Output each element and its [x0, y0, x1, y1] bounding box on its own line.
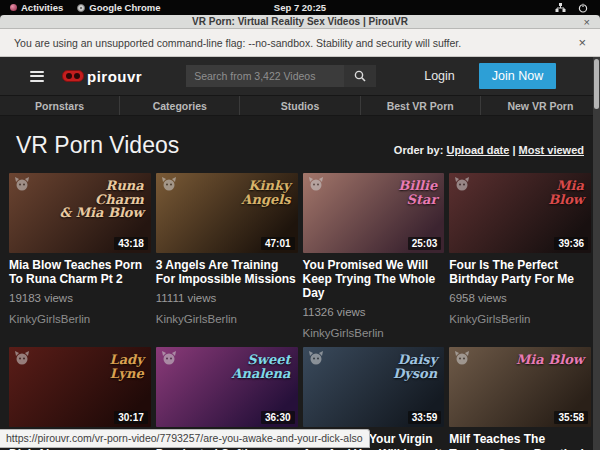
video-thumbnail[interactable]: Billie Star 25:03 — [303, 173, 445, 253]
video-studio-link[interactable]: KinkyGirlsBerlin — [156, 313, 298, 325]
menu-item-new-vr-porn[interactable]: New VR Porn — [481, 96, 600, 115]
window-close-button[interactable]: × — [584, 15, 590, 29]
video-thumbnail[interactable]: Runa Charm & Mia Blow 43:18 — [9, 173, 151, 253]
power-icon[interactable] — [578, 3, 588, 13]
login-link[interactable]: Login — [424, 69, 455, 83]
video-card[interactable]: Mia Blow 35:58 Milf Teaches The Teacher … — [449, 347, 591, 450]
video-views: 11326 views — [303, 306, 445, 318]
warning-text: You are using an unsupported command-lin… — [14, 37, 461, 49]
order-separator: | — [512, 144, 515, 156]
search-bar — [186, 65, 376, 87]
network-icon[interactable] — [555, 3, 566, 13]
studio-cat-logo-watermark — [308, 177, 324, 191]
menu-item-studios[interactable]: Studios — [240, 96, 360, 115]
order-by-label: Order by: — [394, 144, 444, 156]
video-duration-badge: 33:59 — [408, 411, 442, 424]
video-thumbnail[interactable]: Sweet Analena 36:30 — [156, 347, 298, 427]
thumbnail-overlay-text: Billie Star — [398, 179, 437, 206]
studio-cat-logo-watermark — [161, 351, 177, 365]
studio-cat-logo-watermark — [454, 351, 470, 365]
video-duration-badge: 47:01 — [261, 237, 295, 250]
video-duration-badge: 35:58 — [554, 411, 588, 424]
video-duration-badge: 43:18 — [114, 237, 148, 250]
menu-item-best-vr-porn[interactable]: Best VR Porn — [361, 96, 481, 115]
page-header: VR Porn Videos Order by: Upload date | M… — [0, 116, 600, 173]
join-now-button[interactable]: Join Now — [479, 63, 556, 89]
browser-title-bar: VR Porn: Virtual Reality Sex Videos | Pi… — [0, 15, 600, 29]
video-title[interactable]: Four Is The Perfect Birthday Party For M… — [449, 258, 591, 286]
logo-text: pirouvr — [87, 68, 142, 85]
page-viewport: pirouvr Login Join Now Pornstars Categor… — [0, 57, 600, 450]
warning-close-button[interactable]: × — [578, 35, 586, 50]
thumbnail-overlay-text: Sweet Analena — [231, 353, 290, 380]
video-views: 11111 views — [156, 292, 298, 304]
video-title[interactable]: Mia Blow Teaches Porn To Runa Charm Pt 2 — [9, 258, 151, 286]
video-title[interactable]: Milf Teaches The Teacher Some Practical … — [449, 432, 591, 450]
video-duration-badge: 30:17 — [114, 411, 148, 424]
video-duration-badge: 36:30 — [261, 411, 295, 424]
thumbnail-overlay-text: Mia Blow — [548, 179, 584, 206]
scrollbar-thumb[interactable] — [594, 59, 599, 109]
thumbnail-overlay-text: Lady Lyne — [110, 353, 144, 380]
menu-item-categories[interactable]: Categories — [120, 96, 240, 115]
video-thumbnail[interactable]: Daisy Dyson 33:59 — [303, 347, 445, 427]
vr-headset-icon — [62, 70, 84, 82]
main-menu: Pornstars Categories Studios Best VR Por… — [0, 95, 600, 116]
site-navbar: pirouvr Login Join Now — [0, 57, 600, 95]
thumbnail-overlay-text: Runa Charm & Mia Blow — [59, 179, 143, 220]
screen: Activities Google Chrome Sep 7 20:25 V — [0, 0, 600, 450]
system-top-bar: Activities Google Chrome Sep 7 20:25 — [0, 0, 600, 15]
video-card[interactable]: Kinky Angels 47:01 3 Angels Are Training… — [156, 173, 298, 339]
order-upload-date-link[interactable]: Upload date — [446, 144, 509, 156]
studio-cat-logo-watermark — [14, 177, 30, 191]
video-title[interactable]: You Promised We Will Keep Trying The Who… — [303, 258, 445, 300]
video-thumbnail[interactable]: Mia Blow 39:36 — [449, 173, 591, 253]
video-duration-badge: 25:03 — [408, 237, 442, 250]
thumbnail-overlay-text: Kinky Angels — [241, 179, 290, 206]
video-title[interactable]: 3 Angels Are Training For Impossible Mis… — [156, 258, 298, 286]
site-logo[interactable]: pirouvr — [62, 68, 142, 85]
video-thumbnail[interactable]: Lady Lyne 30:17 — [9, 347, 151, 427]
video-views: 6958 views — [449, 292, 591, 304]
scrollbar[interactable] — [593, 57, 600, 450]
video-studio-link[interactable]: KinkyGirlsBerlin — [9, 313, 151, 325]
video-duration-badge: 39:36 — [554, 237, 588, 250]
status-bar-url: https://pirouvr.com/vr-porn-video/779325… — [0, 429, 370, 448]
video-studio-link[interactable]: KinkyGirlsBerlin — [303, 327, 445, 339]
video-thumbnail[interactable]: Kinky Angels 47:01 — [156, 173, 298, 253]
hamburger-menu-icon[interactable] — [30, 71, 44, 82]
tab-title: VR Porn: Virtual Reality Sex Videos | Pi… — [192, 16, 408, 27]
clock[interactable]: Sep 7 20:25 — [0, 2, 600, 13]
order-by: Order by: Upload date | Most viewed — [394, 144, 584, 159]
studio-cat-logo-watermark — [308, 351, 324, 365]
search-icon — [354, 70, 366, 82]
video-thumbnail[interactable]: Mia Blow 35:58 — [449, 347, 591, 427]
thumbnail-overlay-text: Mia Blow — [516, 353, 584, 367]
thumbnail-overlay-text: Daisy Dyson — [393, 353, 437, 380]
studio-cat-logo-watermark — [161, 177, 177, 191]
chrome-warning-bar: You are using an unsupported command-lin… — [0, 29, 600, 57]
search-button[interactable] — [344, 65, 376, 87]
page-title: VR Porn Videos — [16, 132, 179, 159]
video-studio-link[interactable]: KinkyGirlsBerlin — [449, 313, 591, 325]
order-most-viewed-link[interactable]: Most viewed — [519, 144, 584, 156]
studio-cat-logo-watermark — [14, 351, 30, 365]
video-card[interactable]: Mia Blow 39:36 Four Is The Perfect Birth… — [449, 173, 591, 339]
video-card[interactable]: Runa Charm & Mia Blow 43:18 Mia Blow Tea… — [9, 173, 151, 339]
menu-item-pornstars[interactable]: Pornstars — [0, 96, 120, 115]
video-grid: Runa Charm & Mia Blow 43:18 Mia Blow Tea… — [0, 173, 600, 450]
studio-cat-logo-watermark — [454, 177, 470, 191]
video-views: 19183 views — [9, 292, 151, 304]
search-input[interactable] — [186, 65, 344, 87]
video-card[interactable]: Billie Star 25:03 You Promised We Will K… — [303, 173, 445, 339]
